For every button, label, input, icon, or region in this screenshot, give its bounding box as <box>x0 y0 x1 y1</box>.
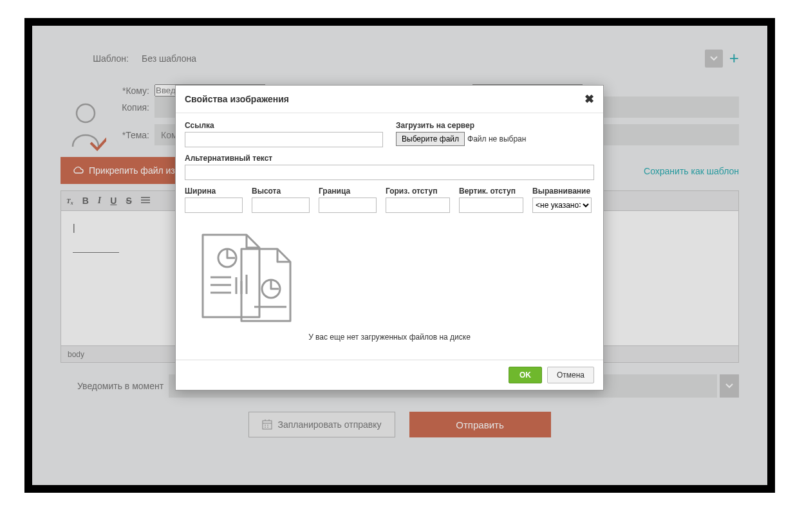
upload-label: Загрузить на сервер <box>396 121 594 130</box>
vspace-label: Вертик. отступ <box>459 187 523 196</box>
url-label: Ссылка <box>185 121 383 130</box>
height-label: Высота <box>252 187 310 196</box>
vspace-input[interactable] <box>459 197 523 213</box>
border-input[interactable] <box>319 197 377 213</box>
ok-button[interactable]: OK <box>509 367 542 383</box>
alt-input[interactable] <box>185 165 594 180</box>
align-select[interactable]: <не указано> <box>532 197 592 213</box>
align-label: Выравнивание <box>532 187 592 196</box>
image-properties-dialog: Свойства изображения ✖ Ссылка Загрузить … <box>175 85 604 390</box>
documents-icon <box>185 230 301 326</box>
height-input[interactable] <box>252 197 310 213</box>
border-label: Граница <box>319 187 377 196</box>
dialog-title: Свойства изображения <box>185 94 289 104</box>
width-input[interactable] <box>185 197 243 213</box>
hspace-label: Гориз. отступ <box>386 187 450 196</box>
empty-files-text: У вас еще нет загруженных файлов на диск… <box>185 333 594 342</box>
cancel-button[interactable]: Отмена <box>547 367 594 383</box>
alt-label: Альтернативный текст <box>185 154 594 163</box>
url-input[interactable] <box>185 132 383 147</box>
hspace-input[interactable] <box>386 197 450 213</box>
no-file-text: Файл не выбран <box>467 134 526 143</box>
choose-file-button[interactable]: Выберите файл <box>396 132 465 146</box>
width-label: Ширина <box>185 187 243 196</box>
dialog-close-button[interactable]: ✖ <box>584 92 594 106</box>
